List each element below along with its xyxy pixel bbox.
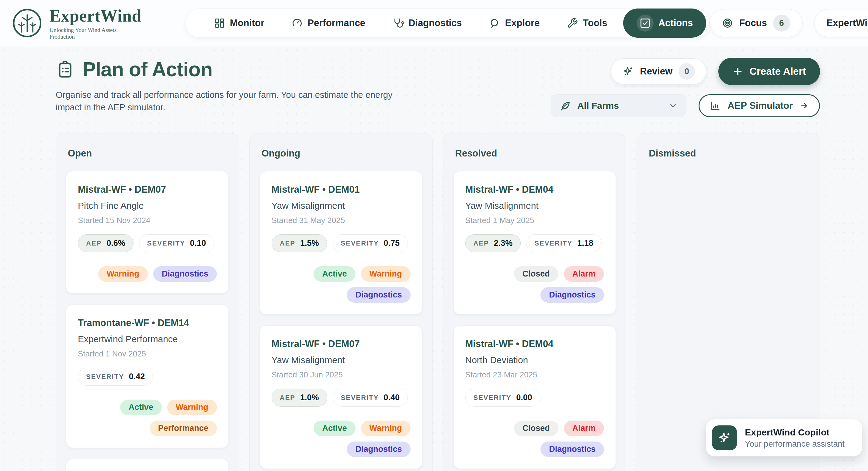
status-tag: Diagnostics xyxy=(540,441,604,457)
copilot-title: ExpertWind Copilot xyxy=(745,427,845,438)
search-icon xyxy=(489,18,500,29)
status-tag: Active xyxy=(314,266,355,282)
card-farm-turbine: Mistral-WF • DEM01 xyxy=(272,184,411,195)
card-issue: Yaw Misalignment xyxy=(465,201,604,211)
focus-button[interactable]: Focus 6 xyxy=(710,9,802,37)
action-card[interactable]: Mistral-WF • DEM01 Yaw Misalignment Star… xyxy=(260,171,423,314)
aep-badge: AEP 1.0% xyxy=(272,389,327,407)
column-title: Open xyxy=(68,148,229,159)
severity-badge: SEVERITY 1.18 xyxy=(526,234,601,252)
card-issue: Pitch Fine Angle xyxy=(78,201,217,211)
severity-badge: SEVERITY 0.42 xyxy=(78,368,153,385)
main-content: Plan of Action Organise and track all pe… xyxy=(0,58,868,471)
metric-row: AEP 2.3% SEVERITY 1.18 xyxy=(465,234,604,252)
aep-simulator-button[interactable]: AEP Simulator xyxy=(699,94,820,117)
card-farm-turbine: Mistral-WF • DEM04 xyxy=(465,338,604,349)
card-issue: Expertwind Performance xyxy=(78,334,217,344)
account-menu[interactable]: ExpertWind xyxy=(814,9,868,37)
card-farm-turbine: Tramontane-WF • DEM14 xyxy=(78,317,217,329)
card-farm-turbine: Mistral-WF • DEM04 xyxy=(465,184,604,195)
status-tag: Diagnostics xyxy=(347,287,410,303)
farm-filter-value: All Farms xyxy=(577,101,662,111)
status-tag: Warning xyxy=(167,400,217,415)
action-card[interactable]: Mistral-WF • DEM04 Yaw Misalignment Star… xyxy=(454,171,616,314)
bar-chart-icon xyxy=(710,100,721,111)
aep-badge: AEP 0.6% xyxy=(78,234,133,252)
column-title: Ongoing xyxy=(261,148,423,159)
nav-item-tools[interactable]: Tools xyxy=(555,8,619,38)
tag-row: ClosedAlarmDiagnostics xyxy=(465,266,604,303)
action-card[interactable]: Mistral-WF • DEM07 Yaw Misalignment Star… xyxy=(260,326,423,469)
copilot-sparkle-icon xyxy=(712,426,737,450)
status-tag: Active xyxy=(120,400,162,415)
card-start-date: Started 1 Nov 2025 xyxy=(78,349,217,359)
board-column: Open Mistral-WF • DEM07 Pitch Fine Angle… xyxy=(56,133,239,471)
sparkle-icon xyxy=(622,66,634,77)
check-square-icon xyxy=(640,18,651,29)
nav-item-actions[interactable]: Actions xyxy=(623,8,707,38)
target-icon xyxy=(722,18,733,29)
action-card[interactable]: Mistral-WF • DEM07 Pitch Fine Angle Star… xyxy=(66,171,229,294)
metric-row: SEVERITY 0.00 xyxy=(465,389,604,407)
page-title: Plan of Action xyxy=(83,58,212,81)
status-tag: Warning xyxy=(361,420,411,436)
nav-item-performance[interactable]: Performance xyxy=(280,8,377,38)
brand-tagline: Unlocking Your Wind Assets Production xyxy=(49,27,142,40)
grid-icon xyxy=(214,18,225,29)
nav-item-monitor[interactable]: Monitor xyxy=(203,8,276,38)
card-issue: North Deviation xyxy=(465,355,604,365)
wrench-icon xyxy=(567,18,578,29)
nav-item-explore[interactable]: Explore xyxy=(478,8,551,38)
board-column: Resolved Mistral-WF • DEM04 Yaw Misalign… xyxy=(443,133,626,471)
copilot-widget[interactable]: ExpertWind Copilot Your performance assi… xyxy=(706,419,862,457)
card-start-date: Started 30 Jun 2025 xyxy=(272,370,411,379)
metric-row: AEP 1.0% SEVERITY 0.40 xyxy=(272,389,411,407)
status-tag: Warning xyxy=(98,266,148,282)
card-farm-turbine: Mistral-WF • DEM07 xyxy=(78,184,217,195)
clipboard-icon xyxy=(56,60,74,79)
status-tag: Diagnostics xyxy=(153,266,217,282)
severity-badge: SEVERITY 0.00 xyxy=(465,389,540,407)
board: Open Mistral-WF • DEM07 Pitch Fine Angle… xyxy=(56,133,820,471)
card-farm-turbine: Mistral-WF • DEM07 xyxy=(272,338,411,349)
aep-badge: AEP 2.3% xyxy=(465,234,521,252)
arrow-right-icon xyxy=(800,101,809,110)
tag-row: ActiveWarningDiagnostics xyxy=(272,266,411,303)
card-issue: Yaw Misalignment xyxy=(272,355,411,365)
status-tag: Closed xyxy=(514,266,558,282)
aep-badge: AEP 1.5% xyxy=(272,234,327,252)
metric-row: AEP 0.6% SEVERITY 0.10 xyxy=(78,234,217,252)
action-card[interactable]: Tramontane-WF • DEM14 Expertwind Perform… xyxy=(66,304,229,448)
brand-name: ExpertWind xyxy=(49,6,142,26)
action-card[interactable]: Mistral-WF • DEM07 North Deviation Start… xyxy=(66,459,229,471)
review-count-badge: 0 xyxy=(679,63,695,79)
card-start-date: Started 23 Mar 2025 xyxy=(465,370,604,379)
leaf-icon xyxy=(560,100,570,111)
status-tag: Diagnostics xyxy=(540,287,604,303)
metric-row: SEVERITY 0.42 xyxy=(78,368,217,385)
top-header: ExpertWind Unlocking Your Wind Assets Pr… xyxy=(0,0,868,46)
focus-count-badge: 6 xyxy=(773,14,790,32)
status-tag: Performance xyxy=(150,420,217,436)
metric-row: AEP 1.5% SEVERITY 0.75 xyxy=(272,234,411,252)
status-tag: Diagnostics xyxy=(347,441,410,457)
stethoscope-icon xyxy=(393,18,404,29)
nav-item-diagnostics[interactable]: Diagnostics xyxy=(381,8,473,38)
severity-badge: SEVERITY 0.10 xyxy=(139,234,214,252)
create-alert-button[interactable]: Create Alert xyxy=(718,58,820,85)
card-issue: Yaw Misalignment xyxy=(272,201,411,211)
action-card[interactable]: Mistral-WF • DEM04 North Deviation Start… xyxy=(454,326,616,469)
app-logo[interactable]: ExpertWind Unlocking Your Wind Assets Pr… xyxy=(11,6,142,40)
review-button[interactable]: Review 0 xyxy=(611,58,706,85)
column-title: Resolved xyxy=(455,148,616,159)
status-tag: Closed xyxy=(514,420,558,436)
status-tag: Active xyxy=(314,420,355,436)
farm-filter-select[interactable]: All Farms xyxy=(551,94,686,117)
page-subtitle: Organise and track all performance actio… xyxy=(56,89,405,114)
board-column: Ongoing Mistral-WF • DEM01 Yaw Misalignm… xyxy=(249,133,433,471)
status-tag: Warning xyxy=(361,266,411,282)
wind-turbine-logo-icon xyxy=(11,7,42,39)
status-tag: Alarm xyxy=(564,420,604,436)
card-list: Mistral-WF • DEM04 Yaw Misalignment Star… xyxy=(454,171,616,471)
tag-row: WarningDiagnostics xyxy=(78,266,217,282)
